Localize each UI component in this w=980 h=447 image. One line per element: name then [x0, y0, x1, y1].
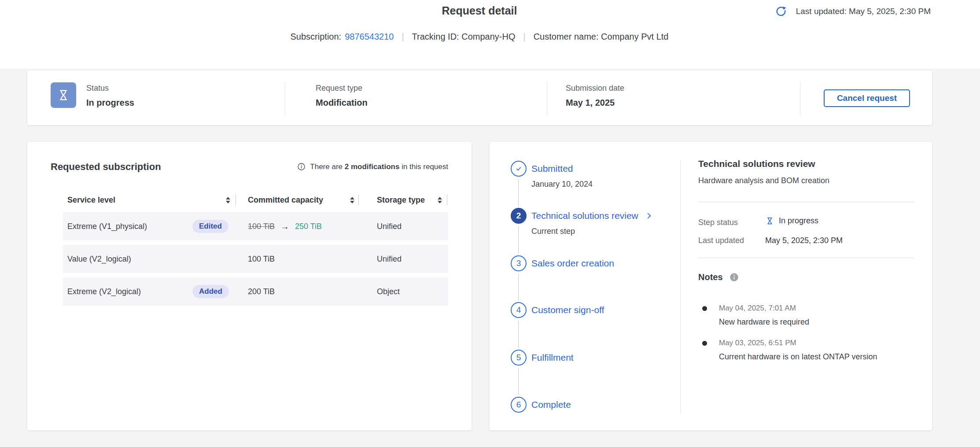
modifications-count: 2 modifications — [345, 163, 400, 171]
vertical-divider — [680, 161, 681, 414]
note-timestamp: May 04, 2025, 7:01 AM — [719, 304, 796, 313]
table-row: Value (V2_logical) 100 TiB Unified — [63, 245, 448, 273]
step-detail-title: Technical solutions review — [698, 159, 815, 169]
notes-header: Notes — [698, 272, 739, 282]
customer-name-text: Customer name: Company Pvt Ltd — [534, 32, 669, 42]
sort-asc-icon — [438, 197, 442, 199]
step-link-customer-signoff[interactable]: Customer sign-off — [531, 305, 604, 315]
subscription-table: Service level Committed capacity Storage… — [63, 192, 448, 306]
divider — [698, 258, 914, 258]
modifications-text-prefix: There are — [310, 163, 343, 171]
step-circle-technical-review: 2 — [511, 208, 527, 224]
subscription-label: Subscription: — [291, 32, 342, 42]
header-divider — [447, 195, 447, 205]
note-timestamp: May 03, 2025, 6:51 PM — [719, 339, 796, 347]
service-level-value: Value (V2_logical) — [67, 255, 131, 264]
capacity-value: 200 TiB — [248, 287, 275, 296]
sort-desc-icon — [438, 201, 442, 203]
storage-type-cell: Object — [376, 287, 448, 296]
capacity-value: 100 TiB — [248, 255, 275, 264]
modifications-text: There are 2 modifications in this reques… — [310, 163, 448, 171]
tracking-id-text: Tracking ID: Company-HQ — [412, 32, 516, 42]
connector-line — [518, 226, 519, 254]
service-level-value: Extreme (V2_logical) — [67, 287, 141, 296]
subscription-pair: Subscription: 9876543210 — [291, 32, 394, 42]
table-header-row: Service level Committed capacity Storage… — [63, 192, 448, 208]
step-status-text: In progress — [779, 216, 818, 225]
divider — [698, 202, 914, 202]
capacity-new-value: 250 TiB — [295, 222, 322, 231]
column-label: Service level — [67, 196, 115, 205]
committed-capacity-cell: 100 TiB — [248, 255, 376, 264]
refresh-button[interactable] — [774, 4, 788, 18]
note-text: New hardware is required — [719, 318, 809, 327]
last-updated-text: Last updated: May 5, 2025, 2:30 PM — [796, 7, 931, 16]
panel-title: Requested subscription — [51, 161, 161, 173]
step-label-text: Technical solutions review — [531, 211, 638, 221]
column-header-storage-type[interactable]: Storage type — [376, 192, 448, 208]
step-number: 5 — [516, 353, 521, 362]
sort-icon[interactable] — [350, 197, 354, 203]
submission-date-value: May 1, 2025 — [566, 98, 615, 108]
bullet-icon — [702, 341, 707, 346]
request-type-label: Request type — [316, 84, 362, 93]
committed-capacity-cell: 100 TiB → 250 TiB — [248, 222, 376, 232]
step-timeline: Submitted January 10, 2024 2 Technical s… — [490, 142, 680, 430]
note-text: Current hardware is on latest ONTAP vers… — [719, 352, 877, 362]
step-number: 2 — [516, 211, 521, 221]
step-circle-submitted — [511, 161, 527, 177]
header-divider — [236, 195, 236, 205]
step-circle-sales-order: 3 — [511, 255, 527, 271]
subscription-info-row: Subscription: 9876543210 | Tracking ID: … — [0, 32, 959, 42]
column-header-service-level[interactable]: Service level — [63, 192, 248, 208]
step-number: 4 — [516, 305, 521, 315]
hourglass-icon — [765, 216, 774, 225]
step-link-sales-order[interactable]: Sales order creation — [531, 258, 614, 269]
info-icon[interactable] — [297, 162, 306, 171]
progress-panel: Submitted January 10, 2024 2 Technical s… — [490, 142, 932, 430]
column-label: Committed capacity — [248, 196, 323, 205]
status-value: In progress — [86, 98, 134, 108]
step-link-technical-review[interactable]: Technical solutions review — [531, 211, 653, 221]
separator: | — [402, 32, 404, 42]
step-detail-subtitle: Hardware analysis and BOM creation — [698, 176, 829, 185]
step-status-label: Step status — [698, 218, 738, 227]
sort-desc-icon — [226, 201, 230, 203]
capacity-old-value: 100 TiB — [248, 222, 275, 231]
sort-icon[interactable] — [438, 197, 442, 203]
sort-icon[interactable] — [226, 197, 230, 203]
request-type-value: Modification — [316, 98, 368, 108]
modifications-text-suffix: in this request — [402, 163, 448, 171]
sort-desc-icon — [350, 201, 354, 203]
step-number: 3 — [516, 259, 521, 268]
column-header-committed-capacity[interactable]: Committed capacity — [248, 192, 376, 208]
step-status-value: In progress — [765, 216, 818, 225]
step-circle-fulfillment: 5 — [511, 350, 527, 366]
step-link-fulfillment[interactable]: Fulfillment — [531, 352, 574, 363]
connector-line — [518, 179, 519, 206]
step-sublabel: January 10, 2024 — [531, 180, 593, 189]
column-label: Storage type — [377, 196, 425, 205]
cancel-request-button[interactable]: Cancel request — [824, 89, 910, 107]
submission-date-label: Submission date — [566, 84, 624, 93]
subscription-number-link[interactable]: 9876543210 — [345, 32, 394, 42]
chevron-right-icon[interactable] — [645, 211, 653, 220]
info-icon[interactable] — [729, 272, 739, 282]
arrow-right-icon: → — [280, 222, 289, 232]
divider — [800, 81, 800, 115]
connector-line — [518, 368, 519, 395]
refresh-area: Last updated: May 5, 2025, 2:30 PM — [774, 4, 931, 18]
requested-subscription-panel: Requested subscription There are 2 modif… — [27, 142, 472, 430]
step-link-complete[interactable]: Complete — [531, 399, 571, 410]
edited-badge: Edited — [192, 220, 228, 233]
step-circle-customer-signoff: 4 — [511, 302, 527, 318]
detail-last-updated-label: Last updated — [698, 236, 744, 245]
divider — [285, 81, 285, 115]
step-sublabel: Current step — [531, 227, 575, 236]
detail-last-updated-value: May 5, 2025, 2:30 PM — [765, 236, 843, 245]
page-header: Request detail Last updated: May 5, 2025… — [0, 0, 980, 69]
step-number: 6 — [516, 400, 521, 410]
bullet-icon — [702, 306, 707, 311]
service-level-value: Extreme (V1_physical) — [67, 222, 147, 231]
step-link-submitted[interactable]: Submitted — [531, 163, 573, 174]
